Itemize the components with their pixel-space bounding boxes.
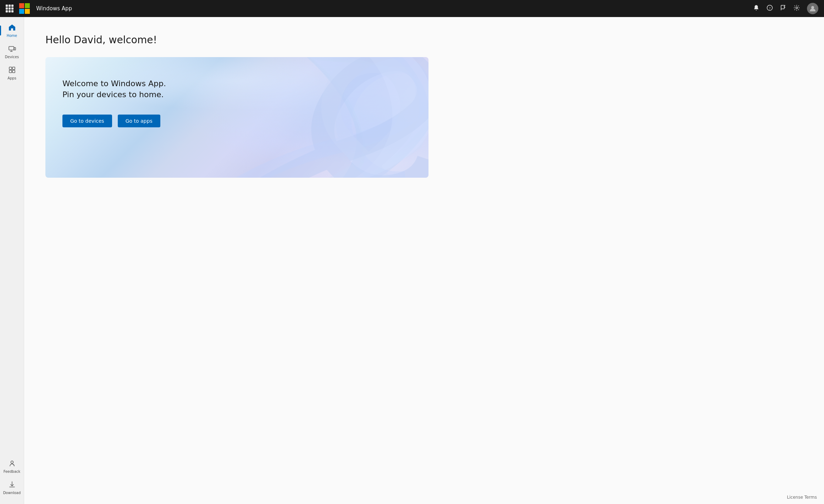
banner-buttons: Go to devices Go to apps xyxy=(62,115,411,127)
sidebar-item-feedback[interactable]: Feedback xyxy=(0,456,24,477)
download-icon xyxy=(8,481,16,489)
help-icon[interactable]: ? xyxy=(767,5,773,12)
notifications-icon[interactable] xyxy=(753,5,759,12)
microsoft-logo xyxy=(19,3,30,14)
app-title: Windows App xyxy=(36,5,72,12)
svg-rect-9 xyxy=(12,70,15,73)
svg-rect-6 xyxy=(9,67,12,70)
go-to-devices-button[interactable]: Go to devices xyxy=(62,115,112,127)
svg-rect-8 xyxy=(9,70,12,73)
banner-line1: Welcome to Windows App. xyxy=(62,78,411,89)
svg-point-3 xyxy=(811,6,814,9)
devices-icon xyxy=(8,45,16,54)
sidebar-item-devices[interactable]: Devices xyxy=(0,41,24,62)
topbar: Windows App ? xyxy=(0,0,824,17)
svg-point-10 xyxy=(11,461,13,464)
sidebar: Home Devices Ap xyxy=(0,17,24,504)
page-greeting: Hello David, welcome! xyxy=(45,34,803,46)
download-label: Download xyxy=(3,491,21,495)
banner-line2: Pin your devices to home. xyxy=(62,89,411,100)
banner-content: Welcome to Windows App. Pin your devices… xyxy=(45,57,428,149)
apps-sidebar-icon xyxy=(8,66,16,75)
banner-headline: Welcome to Windows App. Pin your devices… xyxy=(62,78,411,100)
sidebar-item-download[interactable]: Download xyxy=(0,477,24,498)
svg-point-2 xyxy=(796,7,798,9)
sidebar-item-home[interactable]: Home xyxy=(0,20,24,41)
svg-rect-4 xyxy=(9,46,14,50)
welcome-banner: Welcome to Windows App. Pin your devices… xyxy=(45,57,428,178)
apps-grid-icon[interactable] xyxy=(6,5,13,12)
feedback-icon xyxy=(8,459,16,468)
flag-icon[interactable] xyxy=(780,5,786,12)
svg-text:?: ? xyxy=(769,6,771,10)
feedback-label: Feedback xyxy=(4,470,21,473)
sidebar-bottom: Feedback Download xyxy=(0,456,24,504)
sidebar-item-apps[interactable]: Apps xyxy=(0,62,24,84)
home-icon xyxy=(8,23,16,32)
svg-rect-5 xyxy=(14,48,16,50)
user-avatar[interactable] xyxy=(807,3,818,14)
main-layout: Home Devices Ap xyxy=(0,17,824,504)
svg-rect-7 xyxy=(12,67,15,70)
go-to-apps-button[interactable]: Go to apps xyxy=(118,115,160,127)
topbar-icons: ? xyxy=(753,3,818,14)
apps-label: Apps xyxy=(7,76,16,80)
settings-icon[interactable] xyxy=(793,5,800,12)
devices-label: Devices xyxy=(5,55,19,59)
main-content: Hello David, welcome! xyxy=(24,17,824,504)
home-label: Home xyxy=(7,34,17,38)
license-terms-link[interactable]: License Terms xyxy=(787,495,817,500)
